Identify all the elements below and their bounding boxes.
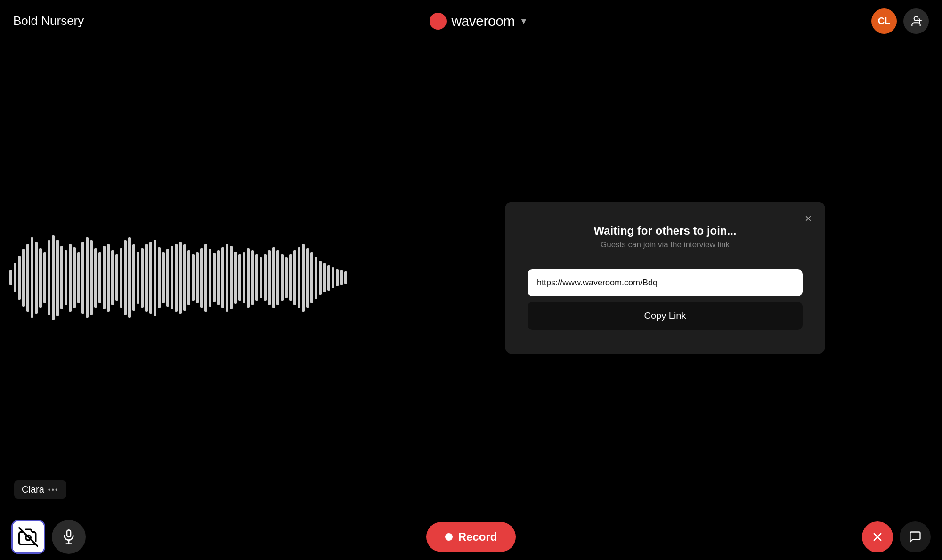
waveform-bar: [243, 252, 245, 303]
modal-title: Waiting for others to join...: [593, 224, 736, 237]
waveform-bar: [289, 254, 292, 301]
waveform-bar: [26, 244, 29, 312]
user-options-dots[interactable]: •••: [48, 486, 59, 494]
waveform-bar: [332, 267, 334, 288]
waveform-bar: [120, 248, 122, 308]
waveform-bar: [48, 240, 50, 315]
add-user-button[interactable]: [903, 8, 929, 34]
add-person-icon: [910, 15, 922, 27]
waveform-bar: [145, 244, 148, 312]
header-actions: CL: [871, 8, 929, 34]
waveform-bar: [340, 270, 343, 285]
waveform-bar: [132, 244, 135, 310]
waveform-bar: [86, 237, 89, 318]
invite-modal: × Waiting for others to join... Guests c…: [505, 202, 825, 354]
waveform-bar: [213, 253, 216, 302]
main-content: Clara ••• × Waiting for others to join..…: [0, 42, 942, 513]
waveform-bar: [18, 256, 21, 300]
chat-button[interactable]: [900, 521, 931, 552]
waveform-bar: [175, 244, 178, 312]
audio-waveform: [9, 231, 347, 325]
toolbar-center: Record: [426, 522, 516, 552]
waveform-bar: [9, 270, 12, 285]
waveform-bar: [141, 248, 144, 308]
waveform-bar: [115, 254, 118, 301]
end-call-icon: [871, 530, 884, 544]
waveform-bar: [107, 244, 110, 312]
svg-rect-5: [67, 530, 71, 537]
waveform-bar: [187, 250, 190, 305]
record-label: Record: [458, 530, 497, 544]
chat-icon: [909, 530, 922, 544]
waveform-bar: [171, 246, 173, 309]
waveform-bar: [238, 254, 241, 301]
waveform-bar: [336, 269, 339, 286]
waveform-bar: [149, 242, 152, 314]
waveform-bar: [22, 249, 25, 306]
waveform-bar: [281, 254, 284, 301]
waveform-bar: [226, 244, 228, 312]
waveform-bar: [56, 240, 59, 316]
waveform-bar: [154, 240, 156, 316]
waveform-bar: [344, 271, 347, 284]
waveform-bar: [285, 257, 288, 298]
waveform-bar: [90, 240, 93, 315]
record-button[interactable]: Record: [426, 522, 516, 552]
waveform-bar: [221, 247, 224, 308]
waveform-bar: [65, 250, 67, 305]
waveform-bar: [230, 246, 233, 309]
record-dot-icon: [445, 533, 453, 541]
waveform-bar: [52, 235, 55, 320]
logo-dot-icon: [430, 13, 447, 30]
end-call-button[interactable]: [862, 521, 893, 552]
waveform-bar: [73, 247, 76, 308]
modal-subtitle: Guests can join via the interview link: [601, 240, 730, 250]
waveform-bar: [264, 254, 267, 301]
waveform-bar: [162, 252, 165, 303]
waveform-bar: [272, 247, 275, 308]
waveform-bar: [293, 250, 296, 305]
chevron-down-icon: ▾: [521, 16, 526, 26]
waveform-bar: [14, 263, 16, 292]
app-header: Bold Nursery waveroom ▾ CL: [0, 0, 942, 42]
modal-close-button[interactable]: ×: [800, 210, 817, 227]
waveform-bar: [103, 246, 106, 309]
waveform-bar: [166, 249, 169, 306]
workspace-title: Bold Nursery: [13, 14, 84, 28]
waveform-bar: [327, 265, 330, 291]
camera-toggle-button[interactable]: [11, 520, 45, 554]
svg-point-0: [914, 16, 918, 21]
copy-link-button[interactable]: Copy Link: [528, 302, 803, 330]
waveform-container: [0, 42, 339, 513]
waveform-bar: [35, 242, 38, 314]
avatar-initials: CL: [878, 16, 891, 26]
bottom-toolbar: Record: [0, 513, 942, 560]
waveform-bar: [39, 248, 42, 308]
waveform-bar: [234, 252, 237, 304]
waveform-bar: [111, 250, 114, 305]
waveform-bar: [200, 248, 203, 308]
waveform-bar: [124, 240, 127, 315]
waveform-bar: [128, 237, 131, 318]
waveform-bar: [310, 252, 313, 303]
waveform-bar: [302, 244, 305, 312]
toolbar-right: [862, 521, 931, 552]
waveform-bar: [276, 250, 279, 305]
waveform-bar: [306, 248, 309, 308]
user-label: Clara •••: [14, 480, 66, 499]
waveform-bar: [209, 249, 211, 306]
waveform-bar: [247, 248, 250, 308]
invite-link-input[interactable]: [528, 269, 803, 296]
microphone-button[interactable]: [52, 520, 86, 554]
waveform-bar: [217, 250, 220, 305]
logo-area[interactable]: waveroom ▾: [430, 13, 525, 30]
waveform-bar: [31, 237, 33, 318]
waveform-bar: [192, 254, 195, 301]
waveform-bar: [323, 263, 326, 292]
waveform-bar: [298, 247, 300, 308]
logo-text: waveroom: [451, 13, 514, 29]
waveform-bar: [69, 244, 72, 312]
user-avatar-button[interactable]: CL: [871, 8, 897, 34]
user-name: Clara: [22, 484, 44, 495]
waveform-bar: [204, 244, 207, 312]
